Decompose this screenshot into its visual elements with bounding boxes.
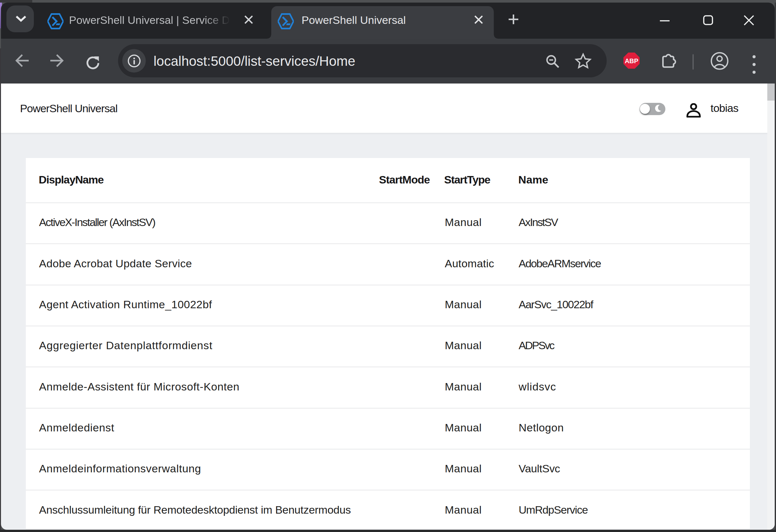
svg-text:ABP: ABP (625, 57, 638, 64)
